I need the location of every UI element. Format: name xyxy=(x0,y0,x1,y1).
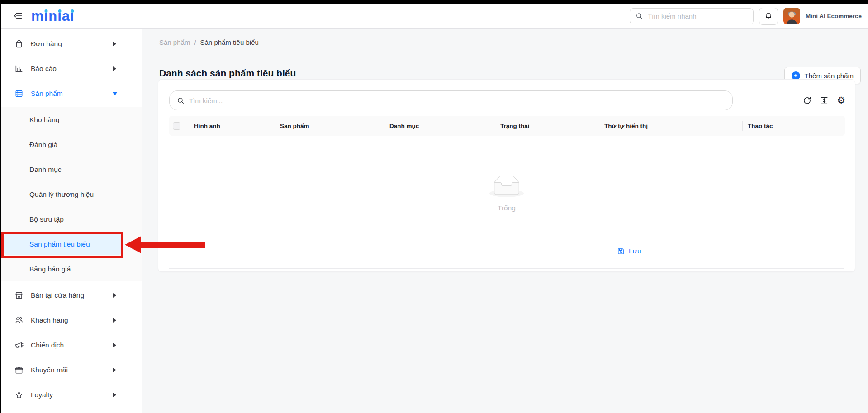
table-settings-button[interactable]: ⚙ xyxy=(837,96,845,105)
menu-fold-icon xyxy=(13,11,23,20)
gear-icon: ⚙ xyxy=(837,96,845,105)
sidebar-item-label: Khuyến mãi xyxy=(31,366,68,374)
bell-icon xyxy=(764,12,773,20)
row-height-button[interactable] xyxy=(820,96,829,105)
notifications-button[interactable] xyxy=(759,8,778,25)
screenshot-left-edge xyxy=(0,0,1,413)
column-height-icon xyxy=(820,96,829,105)
table-header: Hình ảnh Sản phẩm Danh mục Trạng thái Th… xyxy=(169,116,845,136)
global-search xyxy=(630,8,754,24)
sidebar-item-don-hang[interactable]: Đơn hàng xyxy=(5,33,122,55)
chevron-right-icon xyxy=(113,318,116,323)
sidebar-item-chien-dich[interactable]: Chiến dịch xyxy=(5,334,122,356)
star-icon xyxy=(14,390,24,399)
page-title: Danh sách sản phẩm tiêu biểu xyxy=(159,68,296,79)
chevron-right-icon xyxy=(113,42,116,46)
select-all-cell xyxy=(173,116,180,136)
sidebar-item-bo-suu-tap[interactable]: Bộ sưu tập xyxy=(1,207,142,232)
top-header: mınıaı xyxy=(1,4,868,29)
logo[interactable]: mınıaı xyxy=(31,10,75,23)
refresh-button[interactable] xyxy=(802,96,812,105)
screenshot-top-edge xyxy=(0,0,868,4)
search-icon xyxy=(636,12,643,20)
sidebar-item-label: Bán tại cửa hàng xyxy=(31,291,84,299)
product-list-icon xyxy=(14,89,24,98)
sidebar-item-label: Khách hàng xyxy=(31,316,68,324)
chevron-right-icon xyxy=(113,343,116,347)
active-submenu-pill: Sản phẩm tiêu biểu xyxy=(4,234,122,255)
app-window: mınıaı xyxy=(0,0,868,413)
search-icon xyxy=(177,97,185,104)
column-header-hinh-anh[interactable]: Hình ảnh xyxy=(184,116,220,136)
sidebar-item-ban-tai-cua-hang[interactable]: Bán tại cửa hàng xyxy=(5,284,122,307)
breadcrumb-separator: / xyxy=(194,38,196,46)
column-header-trang-thai[interactable]: Trạng thái xyxy=(500,116,530,136)
sidebar-item-label: Chiến dịch xyxy=(31,341,64,349)
sidebar-item-kho-hang[interactable]: Kho hàng xyxy=(1,107,142,132)
sidebar-item-bao-cao[interactable]: Báo cáo xyxy=(5,57,122,80)
bar-chart-icon xyxy=(14,64,24,73)
storefront-icon xyxy=(14,291,24,300)
sidebar-item-bang-bao-gia[interactable]: Bảng báo giá xyxy=(1,256,142,281)
chevron-right-icon xyxy=(113,293,116,298)
column-divider xyxy=(384,121,384,131)
sidebar-item-khach-hang[interactable]: Khách hàng xyxy=(5,309,122,332)
empty-inbox-icon xyxy=(489,176,524,198)
divider xyxy=(169,241,844,241)
column-header-thao-tac[interactable]: Thao tác xyxy=(748,116,773,136)
table-toolbar: ⚙ xyxy=(802,90,845,110)
global-search-input[interactable] xyxy=(648,12,748,20)
refresh-icon xyxy=(802,96,812,105)
save-icon xyxy=(617,247,625,255)
sidebar-submenu-san-pham: Kho hàng Đánh giá Danh mục Quản lý thươn… xyxy=(1,107,142,281)
gift-icon xyxy=(14,366,24,375)
save-button[interactable]: Lưu xyxy=(617,247,641,255)
sidebar-item-san-pham[interactable]: Sản phẩm xyxy=(5,82,122,105)
shopping-bag-icon xyxy=(14,39,24,48)
chevron-right-icon xyxy=(113,393,116,397)
breadcrumb-parent[interactable]: Sản phẩm xyxy=(159,38,190,46)
avatar[interactable] xyxy=(783,8,800,24)
sidebar-item-danh-gia[interactable]: Đánh giá xyxy=(1,132,142,157)
column-divider xyxy=(275,121,275,131)
chevron-right-icon xyxy=(113,368,116,372)
sidebar-item-label: Đơn hàng xyxy=(31,40,62,48)
column-divider xyxy=(495,121,495,131)
plus-icon: + xyxy=(792,71,800,80)
divider xyxy=(169,268,844,269)
sidebar: Đơn hàng Báo cáo Sản phẩm xyxy=(1,29,142,413)
sidebar-item-san-pham-tieu-bieu[interactable]: Sản phẩm tiêu biểu xyxy=(1,232,142,256)
add-product-label: Thêm sản phẩm xyxy=(805,72,854,80)
sidebar-item-loyalty[interactable]: Loyalty xyxy=(5,384,122,406)
table-search xyxy=(169,90,733,110)
sidebar-item-label: Sản phẩm xyxy=(31,90,63,98)
table-search-input[interactable] xyxy=(189,97,725,104)
sidebar-item-khuyen-mai[interactable]: Khuyến mãi xyxy=(5,359,122,381)
column-header-san-pham[interactable]: Sản phẩm xyxy=(280,116,309,136)
column-divider xyxy=(599,121,599,131)
chevron-down-icon xyxy=(113,92,117,95)
sidebar-collapse-button[interactable] xyxy=(13,11,23,20)
save-label: Lưu xyxy=(629,247,641,255)
customers-icon xyxy=(14,316,24,325)
sidebar-item-label: Loyalty xyxy=(31,391,53,399)
sidebar-item-quan-ly-thuong-hieu[interactable]: Quản lý thương hiệu xyxy=(1,182,142,207)
column-header-thu-tu-hien-thi[interactable]: Thứ tự hiển thị xyxy=(604,116,648,136)
column-header-danh-muc[interactable]: Danh mục xyxy=(389,116,419,136)
product-list-card: ⚙ Hình ảnh Sản phẩm Danh mục Trạng thái … xyxy=(158,79,855,272)
select-all-checkbox[interactable] xyxy=(173,122,180,130)
empty-text: Trống xyxy=(158,204,855,212)
megaphone-icon xyxy=(14,341,24,350)
main-content: Sản phẩm / Sản phẩm tiêu biểu Danh sách … xyxy=(142,29,868,413)
account-name[interactable]: Mini AI Ecommerce xyxy=(806,13,862,19)
chevron-right-icon xyxy=(113,66,116,71)
sidebar-item-danh-muc[interactable]: Danh mục xyxy=(1,157,142,182)
sidebar-item-label: Báo cáo xyxy=(31,65,57,73)
breadcrumb-current: Sản phẩm tiêu biểu xyxy=(200,38,259,46)
empty-state: Trống xyxy=(158,176,855,212)
breadcrumb: Sản phẩm / Sản phẩm tiêu biểu xyxy=(159,38,259,46)
column-divider xyxy=(742,121,743,131)
